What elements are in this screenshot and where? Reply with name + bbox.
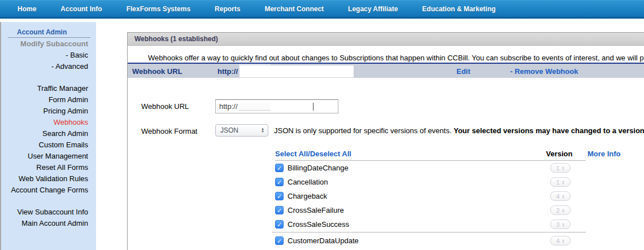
sidebar-item-pricing-admin[interactable]: Pricing Admin (1, 106, 96, 117)
established-webhook-url-header: Webhook URL (132, 67, 182, 76)
event-row: ✓ CustomerDataUpdate 4 ▲▼ (128, 234, 644, 248)
webhook-format-form-row: Webhook Format JSON ▲▼ JSON is only supp… (128, 124, 644, 137)
webhook-url-input-value: http:// (219, 102, 238, 111)
sidebar-item-custom-emails[interactable]: Custom Emails (1, 139, 96, 151)
events-rows: ✓ BillingDateChange 1 ▲▼ ✓ Cancellation … (128, 161, 644, 248)
event-row: ✓ CrossSaleSuccess 3 ▲▼ (128, 217, 644, 231)
nav-item-reports[interactable]: Reports (215, 5, 240, 13)
version-value: 4 (556, 193, 559, 200)
format-note-warning: Your selected versions may have changed … (454, 126, 644, 135)
version-stepper-crosssalefailure[interactable]: 2 ▲▼ (550, 205, 571, 215)
events-section: Select All/Deselect All Version More Inf… (128, 150, 644, 248)
sidebar-item-basic[interactable]: - Basic (1, 50, 96, 61)
format-note: JSON is only supported for specific vers… (274, 126, 644, 135)
text-cursor (313, 103, 314, 111)
sidebar-item-form-admin[interactable]: Form Admin (1, 94, 96, 106)
nav-item-merchant-connect[interactable]: Merchant Connect (264, 5, 324, 13)
event-checkbox-chargeback[interactable]: ✓ (275, 192, 284, 200)
event-checkbox-crosssalefailure[interactable]: ✓ (275, 206, 284, 214)
stepper-arrows-icon: ▲▼ (562, 222, 565, 227)
select-arrows-icon: ▲▼ (261, 128, 268, 133)
sidebar-divider (8, 37, 90, 38)
event-label: CrossSaleFailure (288, 206, 344, 214)
sidebar-item-web-validation-rules[interactable]: Web Validation Rules (1, 173, 96, 185)
version-stepper-crosssalesuccess[interactable]: 3 ▲▼ (550, 220, 571, 229)
sidebar-item-traffic-manager[interactable]: Traffic Manager (1, 83, 96, 94)
version-stepper-cancellation[interactable]: 1 ▲▼ (550, 177, 571, 187)
event-row: ✓ CrossSaleFailure 2 ▲▼ (128, 203, 644, 217)
nav-item-legacy-affiliate[interactable]: Legacy Affiliate (348, 5, 398, 13)
sidebar-item-main-account-admin[interactable]: Main Account Admin (1, 218, 96, 229)
webhook-url-form-row: Webhook URL http:// (128, 99, 644, 114)
event-label: Cancellation (288, 178, 328, 186)
event-checkbox-billingdatechange[interactable]: ✓ (275, 164, 284, 172)
nav-item-account-info[interactable]: Account Info (60, 5, 102, 13)
stepper-arrows-icon: ▲▼ (562, 194, 565, 199)
version-stepper-chargeback[interactable]: 4 ▲▼ (550, 191, 571, 201)
webhook-format-label: Webhook Format (141, 127, 197, 135)
webhooks-description: Webhooks offer a way to quickly find out… (148, 54, 644, 63)
sidebar-item-search-admin[interactable]: Search Admin (1, 128, 96, 139)
sidebar-item-account-change-forms[interactable]: Account Change Forms (1, 185, 96, 196)
sidebar-items: Modify Subaccount- Basic- AdvancedTraffi… (1, 38, 96, 229)
sidebar-item-modify-subaccount[interactable]: Modify Subaccount (1, 38, 96, 50)
events-header: Select All/Deselect All Version More Inf… (128, 150, 644, 159)
nav-item-home[interactable]: Home (18, 5, 36, 13)
ccbill-admin-screen: HomeAccount InfoFlexForms SystemsReports… (0, 0, 644, 250)
top-nav: HomeAccount InfoFlexForms SystemsReports… (0, 0, 644, 19)
more-info-link[interactable]: More Info (588, 150, 621, 158)
redacted-url-input (239, 103, 271, 111)
webhook-format-select[interactable]: JSON ▲▼ (215, 124, 268, 137)
webhook-format-selected-value: JSON (216, 126, 261, 134)
version-value: 1 (556, 179, 559, 186)
sidebar-item-reset-all-forms[interactable]: Reset All Forms (1, 162, 96, 173)
events-row-divider (272, 232, 586, 233)
stepper-arrows-icon: ▲▼ (562, 208, 565, 213)
sidebar-section-title: Account Admin (17, 29, 96, 36)
version-value: 1 (556, 165, 559, 172)
version-column-header: Version (542, 150, 576, 158)
webhook-url-label: Webhook URL (141, 102, 189, 111)
version-stepper-customerdataupdate[interactable]: 4 ▲▼ (550, 236, 571, 245)
event-label: CrossSaleSuccess (288, 220, 349, 229)
top-nav-items: HomeAccount InfoFlexForms SystemsReports… (18, 5, 495, 13)
event-checkbox-cancellation[interactable]: ✓ (275, 178, 284, 186)
event-checkbox-customerdataupdate[interactable]: ✓ (275, 236, 284, 245)
nav-item-education-marketing[interactable]: Education & Marketing (422, 5, 495, 13)
established-webhook-row: Webhook URL http:// Edit - Remove Webhoo… (128, 63, 644, 78)
event-label: Chargeback (288, 192, 327, 200)
sidebar: Account Admin Modify Subaccount- Basic- … (0, 22, 96, 250)
established-webhook-url-value: http:// (217, 67, 238, 76)
event-row: ✓ Cancellation 1 ▲▼ (128, 175, 644, 189)
edit-webhook-link[interactable]: Edit (456, 67, 471, 76)
event-row: ✓ Chargeback 4 ▲▼ (128, 189, 644, 203)
stepper-arrows-icon: ▲▼ (562, 166, 565, 170)
sidebar-item-user-management[interactable]: User Management (1, 151, 96, 162)
event-checkbox-crosssalesuccess[interactable]: ✓ (275, 220, 284, 229)
stepper-arrows-icon: ▲▼ (562, 239, 565, 243)
webhooks-panel: Webhooks (1 established) Webhooks offer … (127, 32, 644, 250)
version-value: 2 (556, 207, 559, 214)
event-label: BillingDateChange (288, 164, 349, 172)
event-label: CustomerDataUpdate (288, 236, 359, 245)
select-all-link[interactable]: Select All/Deselect All (275, 150, 351, 158)
sidebar-item-advanced[interactable]: - Advanced (1, 61, 96, 72)
stepper-arrows-icon: ▲▼ (562, 180, 565, 185)
sidebar-item-view-subaccount-info[interactable]: View Subaccount Info (1, 207, 96, 218)
panel-title: Webhooks (1 established) (128, 33, 644, 46)
event-row: ✓ BillingDateChange 1 ▲▼ (128, 161, 644, 175)
version-value: 4 (556, 238, 559, 244)
sidebar-item-webhooks[interactable]: Webhooks (1, 117, 96, 128)
version-value: 3 (556, 221, 559, 228)
redacted-url (240, 65, 354, 77)
version-stepper-billingdatechange[interactable]: 1 ▲▼ (550, 163, 571, 173)
webhook-url-input[interactable]: http:// (215, 99, 338, 113)
nav-item-flexforms-systems[interactable]: FlexForms Systems (127, 5, 190, 13)
remove-webhook-link[interactable]: - Remove Webhook (510, 67, 578, 76)
